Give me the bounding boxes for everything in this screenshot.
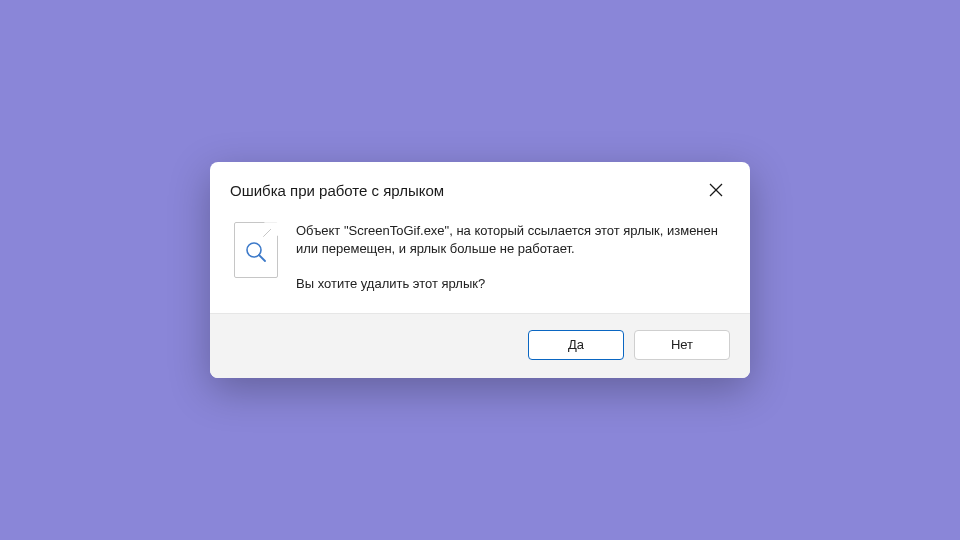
- error-dialog: Ошибка при работе с ярлыком Объект "Scre…: [210, 162, 750, 378]
- dialog-content: Объект "ScreenToGif.exe", на который ссы…: [210, 212, 750, 313]
- dialog-message-block: Объект "ScreenToGif.exe", на который ссы…: [296, 222, 726, 293]
- dialog-titlebar: Ошибка при работе с ярлыком: [210, 162, 750, 212]
- dialog-button-row: Да Нет: [210, 313, 750, 378]
- dialog-question: Вы хотите удалить этот ярлык?: [296, 275, 726, 293]
- file-search-icon: [234, 222, 278, 278]
- dialog-message: Объект "ScreenToGif.exe", на который ссы…: [296, 222, 726, 258]
- close-icon: [709, 183, 723, 197]
- no-button[interactable]: Нет: [634, 330, 730, 360]
- close-button[interactable]: [702, 176, 730, 204]
- svg-line-3: [259, 255, 265, 261]
- yes-button[interactable]: Да: [528, 330, 624, 360]
- dialog-title: Ошибка при работе с ярлыком: [230, 182, 444, 199]
